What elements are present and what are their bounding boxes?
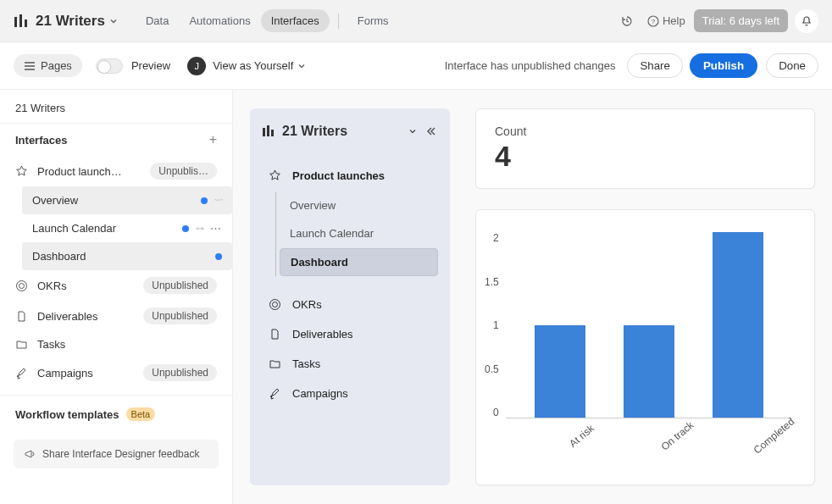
second-bar: Pages Preview J View as Yourself Interfa… bbox=[0, 42, 832, 90]
feedback-button[interactable]: Share Interface Designer feedback bbox=[14, 440, 219, 468]
nav-page-launch-calendar[interactable]: Launch Calendar bbox=[280, 220, 438, 246]
chart-bar bbox=[713, 232, 763, 418]
app-title-chevron-icon[interactable] bbox=[108, 16, 119, 26]
nav-deliverables-label: Deliverables bbox=[292, 328, 353, 341]
done-button[interactable]: Done bbox=[766, 53, 818, 78]
sidebar-item-product-launch[interactable]: Product launch… Unpublis… bbox=[0, 156, 232, 186]
view-as-chevron-icon[interactable] bbox=[297, 61, 307, 71]
nav-campaigns-label: Campaigns bbox=[292, 387, 348, 400]
collapse-panel-icon[interactable] bbox=[424, 125, 438, 137]
sidebar-breadcrumb[interactable]: 21 Writers bbox=[0, 90, 232, 123]
nav-okrs-label: OKRs bbox=[292, 298, 322, 311]
svg-rect-0 bbox=[14, 17, 17, 27]
folder-icon bbox=[15, 338, 29, 351]
y-tick: 2 bbox=[493, 232, 499, 244]
nav-chevron-icon[interactable] bbox=[408, 126, 418, 136]
share-button[interactable]: Share bbox=[627, 53, 683, 78]
unpublished-dot-icon bbox=[201, 197, 208, 204]
sidebar-item-okrs[interactable]: OKRs Unpublished bbox=[0, 270, 232, 301]
sidebar-page-launch-calendar[interactable]: Launch Calendar ⊶ ⋯ bbox=[22, 214, 232, 242]
user-avatar[interactable]: J bbox=[187, 57, 206, 75]
nav-group-product-launches[interactable]: Product launches bbox=[262, 161, 438, 191]
svg-point-6 bbox=[19, 283, 25, 288]
nav-item-okrs[interactable]: OKRs bbox=[262, 290, 438, 319]
workflow-templates-label: Workflow templates bbox=[15, 408, 119, 421]
view-as-label[interactable]: View as Yourself bbox=[213, 59, 293, 72]
rocket-icon bbox=[15, 367, 29, 379]
trial-badge[interactable]: Trial: 6 days left bbox=[694, 9, 788, 32]
svg-point-11 bbox=[273, 302, 278, 307]
count-label: Count bbox=[495, 125, 796, 138]
y-tick: 1.5 bbox=[485, 276, 499, 288]
nav-title[interactable]: 21 Writers bbox=[282, 124, 401, 139]
beta-badge: Beta bbox=[126, 407, 156, 421]
deliverables-label: Deliverables bbox=[37, 310, 135, 323]
star-icon bbox=[269, 169, 282, 182]
main-area: 21 Writers Interfaces + Product launch… … bbox=[0, 90, 832, 504]
unpublished-dot-icon bbox=[215, 253, 222, 260]
svg-point-10 bbox=[270, 300, 280, 310]
nav-page-dashboard[interactable]: Dashboard bbox=[280, 248, 438, 276]
product-launch-badge: Unpublis… bbox=[150, 163, 217, 180]
link-icon: ⊶ bbox=[196, 224, 203, 233]
y-tick: 0.5 bbox=[485, 363, 499, 375]
pages-button[interactable]: Pages bbox=[14, 54, 82, 77]
sidebar-item-deliverables[interactable]: Deliverables Unpublished bbox=[0, 301, 232, 331]
sidebar-item-tasks[interactable]: Tasks bbox=[0, 331, 232, 357]
campaigns-label: Campaigns bbox=[37, 367, 135, 379]
okrs-label: OKRs bbox=[37, 280, 135, 292]
preview-toggle[interactable] bbox=[96, 58, 123, 74]
tab-divider bbox=[338, 14, 339, 29]
nav-page-overview[interactable]: Overview bbox=[280, 192, 438, 219]
help-label: Help bbox=[663, 14, 685, 27]
add-interface-icon[interactable]: + bbox=[209, 132, 217, 147]
okrs-badge: Unpublished bbox=[143, 277, 217, 294]
svg-rect-1 bbox=[19, 14, 22, 27]
history-icon[interactable] bbox=[615, 9, 639, 33]
nav-item-tasks[interactable]: Tasks bbox=[262, 349, 438, 379]
nav-item-deliverables[interactable]: Deliverables bbox=[262, 319, 438, 349]
tab-automations[interactable]: Automations bbox=[179, 9, 260, 32]
megaphone-icon bbox=[24, 448, 36, 460]
target-icon bbox=[15, 280, 29, 292]
deliverables-badge: Unpublished bbox=[143, 307, 217, 324]
pages-label: Pages bbox=[41, 59, 72, 72]
campaigns-badge: Unpublished bbox=[143, 364, 217, 381]
tab-forms[interactable]: Forms bbox=[347, 9, 399, 32]
preview-label: Preview bbox=[131, 59, 170, 72]
dashboard-label: Dashboard bbox=[32, 250, 208, 263]
help-button[interactable]: ? Help bbox=[647, 14, 685, 27]
sidebar-page-dashboard[interactable]: Dashboard bbox=[22, 242, 232, 270]
nav-group-label: Product launches bbox=[292, 169, 385, 182]
sidebar-item-campaigns[interactable]: Campaigns Unpublished bbox=[0, 357, 232, 388]
count-card[interactable]: Count 4 bbox=[475, 108, 815, 189]
notifications-icon[interactable] bbox=[795, 9, 818, 33]
chart-card[interactable]: 2 1.5 1 0.5 0 At riskOn trackCompleted bbox=[475, 209, 815, 485]
more-icon[interactable]: ⋯ bbox=[210, 222, 222, 235]
nav-item-campaigns[interactable]: Campaigns bbox=[262, 379, 438, 408]
app-title[interactable]: 21 Writers bbox=[36, 13, 105, 30]
svg-rect-2 bbox=[25, 19, 27, 27]
workflow-templates-header[interactable]: Workflow templates Beta bbox=[0, 395, 232, 429]
chart-x-axis: At riskOn trackCompleted bbox=[505, 400, 814, 412]
product-launch-label: Product launch… bbox=[37, 165, 141, 178]
svg-point-5 bbox=[17, 280, 27, 291]
unpublished-dot-icon bbox=[182, 225, 189, 232]
canvas: 21 Writers Product launches Overview Lau… bbox=[233, 90, 832, 504]
y-tick: 0 bbox=[493, 407, 499, 418]
tab-data[interactable]: Data bbox=[136, 9, 179, 32]
star-icon bbox=[15, 165, 29, 178]
nav-panel: 21 Writers Product launches Overview Lau… bbox=[250, 108, 450, 485]
file-icon bbox=[269, 328, 282, 341]
count-value: 4 bbox=[495, 140, 796, 173]
feedback-label: Share Interface Designer feedback bbox=[42, 448, 199, 460]
interfaces-header-label: Interfaces bbox=[15, 134, 67, 147]
publish-button[interactable]: Publish bbox=[690, 53, 757, 78]
top-bar: 21 Writers Data Automations Interfaces F… bbox=[0, 0, 832, 42]
sidebar-interfaces-header: Interfaces + bbox=[0, 123, 232, 156]
sidebar-page-overview[interactable]: Overview 〰 bbox=[22, 186, 232, 214]
tab-interfaces[interactable]: Interfaces bbox=[261, 9, 330, 32]
y-tick: 1 bbox=[493, 319, 499, 331]
svg-rect-7 bbox=[263, 128, 265, 136]
launch-calendar-label: Launch Calendar bbox=[32, 222, 175, 235]
